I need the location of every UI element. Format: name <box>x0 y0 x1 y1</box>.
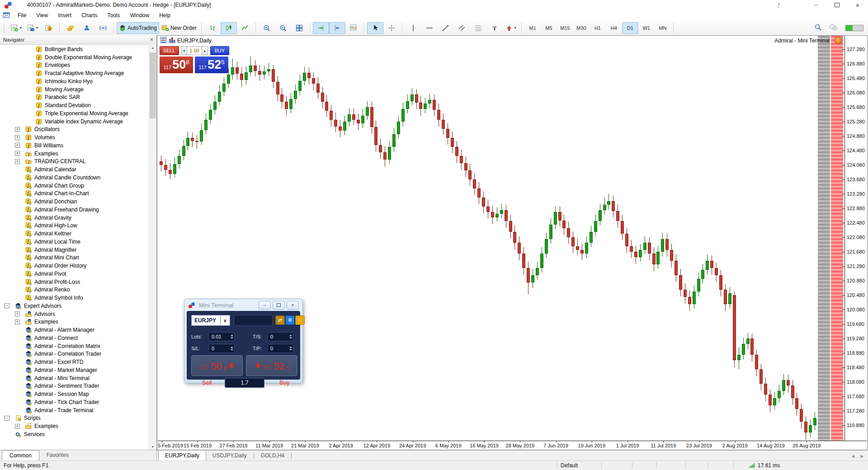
menu-charts[interactable]: Charts <box>76 10 102 20</box>
search-icon[interactable] <box>814 24 822 33</box>
tree-item-admiral-donchian[interactable]: fAdmiral Donchian <box>0 197 149 206</box>
chart-tab-usdjpy-daily[interactable]: USDJPY,Daily <box>206 451 253 461</box>
menu-help[interactable]: Help <box>154 10 175 20</box>
timeframe-w1-button[interactable]: W1 <box>638 22 655 34</box>
zoom-in-button[interactable] <box>259 22 275 34</box>
menu-view[interactable]: View <box>31 10 53 20</box>
symbols-button[interactable]: $ <box>41 22 57 34</box>
tree-item-examples[interactable]: +Examples <box>0 422 149 430</box>
tree-item-examples[interactable]: +fExamples <box>0 150 149 158</box>
tree-item-moving-average[interactable]: fMoving Average <box>0 85 149 94</box>
tree-item-standard-deviation[interactable]: fStandard Deviation <box>0 101 149 109</box>
arrows-button[interactable]: ▾ <box>503 22 519 34</box>
menu-window[interactable]: Window <box>125 10 155 20</box>
tree-item-admiral-correlation-matrix[interactable]: Admiral - Correlation Matrix <box>0 342 149 350</box>
chart-tab-eurjpy-daily[interactable]: EURJPY,Daily <box>158 451 206 461</box>
timeframe-m1-button[interactable]: M1 <box>524 22 541 34</box>
pin-icon[interactable] <box>776 2 781 9</box>
tree-item-volumes[interactable]: +fVolumes <box>0 133 149 141</box>
tab-scroll-arrows[interactable]: ◀▶ <box>852 451 863 461</box>
tree-item-fractal-adaptive-moving-average[interactable]: fFractal Adaptive Moving Average <box>0 69 149 77</box>
menu-file[interactable]: File <box>13 10 31 20</box>
tree-item-admiral-chart-group[interactable]: fAdmiral Chart Group <box>0 182 149 190</box>
tree-item-admiral-sentiment-trader[interactable]: Admiral - Sentiment Trader <box>0 382 149 390</box>
tree-item-admiral-magnifier[interactable]: fAdmiral Magnifier <box>0 246 149 254</box>
collapse-icon[interactable]: − <box>5 303 9 308</box>
collapse-icon[interactable]: − <box>5 416 9 421</box>
candles-chart-button[interactable] <box>221 22 237 34</box>
vertical-line-button[interactable] <box>405 22 421 34</box>
trendline-button[interactable] <box>438 22 454 34</box>
expand-icon[interactable]: + <box>15 151 20 156</box>
tree-item-admiral-candle-countdown[interactable]: fAdmiral Candle Countdown <box>0 174 149 182</box>
tree-item-bollinger-bands[interactable]: fBollinger Bands <box>0 45 149 53</box>
scrollbar-thumb[interactable] <box>150 52 156 118</box>
tree-item-admiral-session-map[interactable]: Admiral - Session Map <box>0 390 149 398</box>
tree-item-ichimoku-kinko-hyo[interactable]: fIchimoku Kinko Hyo <box>0 77 149 85</box>
tree-item-admiral-local-time[interactable]: fAdmiral Local Time <box>0 238 149 246</box>
tree-item-admiral-renko[interactable]: fAdmiral Renko <box>0 286 149 294</box>
tile-windows-button[interactable] <box>291 22 307 34</box>
tree-item-double-exponential-moving-average[interactable]: fDouble Exponential Moving Average <box>0 53 149 61</box>
menu-tools[interactable]: Tools <box>103 10 125 20</box>
text-button[interactable]: T <box>486 22 503 34</box>
equidistant-channel-button[interactable] <box>454 22 470 34</box>
tree-item-variable-index-dynamic-average[interactable]: fVariable Index Dynamic Average <box>0 118 149 126</box>
expand-icon[interactable]: + <box>15 424 20 429</box>
crosshair-button[interactable] <box>383 22 400 34</box>
cursor-button[interactable] <box>367 22 383 34</box>
restore-button[interactable] <box>826 0 847 10</box>
chat-icon[interactable] <box>829 24 838 32</box>
timeframe-h4-button[interactable]: H4 <box>606 22 622 34</box>
expand-icon[interactable]: + <box>15 127 20 132</box>
tree-item-expert-advisors[interactable]: −Expert Advisors <box>0 302 149 310</box>
expand-icon[interactable]: + <box>15 143 20 148</box>
new-chart-button[interactable]: ▾ <box>8 22 24 34</box>
timeframe-m15-button[interactable]: M15 <box>557 22 573 34</box>
close-button[interactable]: × <box>847 0 868 10</box>
tree-item-advisors[interactable]: +Advisors <box>0 310 149 318</box>
tree-item-admiral-mini-terminal[interactable]: Admiral - Mini Terminal <box>0 374 149 382</box>
tree-item-admiral-tick-chart-trader[interactable]: Admiral - Tick Chart Trader <box>0 398 149 406</box>
expand-icon[interactable]: + <box>15 135 20 140</box>
community-button[interactable] <box>79 22 95 34</box>
auto-scroll-button[interactable] <box>313 22 329 34</box>
scroll-up-icon[interactable]: ▲ <box>149 44 156 51</box>
tree-item-admiral-chart-in-chart[interactable]: fAdmiral Chart-In-Chart <box>0 190 149 198</box>
tree-item-examples[interactable]: +Examples <box>0 318 149 326</box>
toolbar-grip[interactable] <box>4 23 6 33</box>
zoom-out-button[interactable] <box>275 22 291 34</box>
tree-item-triple-exponential-moving-average[interactable]: fTriple Exponential Moving Average <box>0 109 149 118</box>
expand-icon[interactable]: + <box>15 311 20 316</box>
tree-item-admiral-connect[interactable]: Admiral - Connect <box>0 334 149 342</box>
expand-icon[interactable]: + <box>15 159 20 164</box>
tree-item-admiral-gravity[interactable]: fAdmiral Gravity <box>0 214 149 222</box>
tree-item-admiral-excel-rtd[interactable]: Admiral - Excel RTD <box>0 358 149 366</box>
fibonacci-button[interactable] <box>470 22 486 34</box>
tree-item-admiral-keltner[interactable]: fAdmiral Keltner <box>0 230 149 238</box>
tree-item-bill-williams[interactable]: +fBill Williams <box>0 141 149 150</box>
tree-item-admiral-calendar[interactable]: fAdmiral Calendar <box>0 165 149 174</box>
tree-item-admiral-market-manager[interactable]: Admiral - Market Manager <box>0 366 149 374</box>
tree-item-admiral-high-low[interactable]: fAdmiral High-Low <box>0 222 149 230</box>
status-profile[interactable]: Default <box>561 462 578 469</box>
line-chart-button[interactable] <box>237 22 253 34</box>
autotrading-button[interactable]: AutoTrading <box>117 22 159 34</box>
signals-button[interactable] <box>95 22 111 34</box>
ea-overlay-icon[interactable] <box>835 37 842 44</box>
new-order-button[interactable]: New Order <box>159 22 199 34</box>
scroll-down-icon[interactable]: ▼ <box>149 443 156 450</box>
tree-item-admiral-freehand-drawing[interactable]: fAdmiral Freehand Drawing <box>0 206 149 214</box>
navigator-tab-common[interactable]: Common <box>2 450 39 461</box>
tree-item-admiral-profit-loss[interactable]: fAdmiral Profit-Loss <box>0 278 149 286</box>
navigator-close-icon[interactable]: × <box>150 37 153 43</box>
timeframe-h1-button[interactable]: H1 <box>590 22 606 34</box>
timeframe-mn-button[interactable]: MN <box>655 22 671 34</box>
chart-tab-gold-h4[interactable]: GOLD,H4 <box>255 451 291 461</box>
tree-item-envelopes[interactable]: fEnvelopes <box>0 61 149 70</box>
tree-item-oscillators[interactable]: +fOscillators <box>0 126 149 134</box>
menu-insert[interactable]: Insert <box>53 10 76 20</box>
tree-item-admiral-symbol-info[interactable]: fAdmiral Symbol Info <box>0 294 149 302</box>
chart-shift-button[interactable] <box>329 22 345 34</box>
tree-item-admiral-alarm-manager[interactable]: Admiral - Alarm Manager <box>0 326 149 334</box>
